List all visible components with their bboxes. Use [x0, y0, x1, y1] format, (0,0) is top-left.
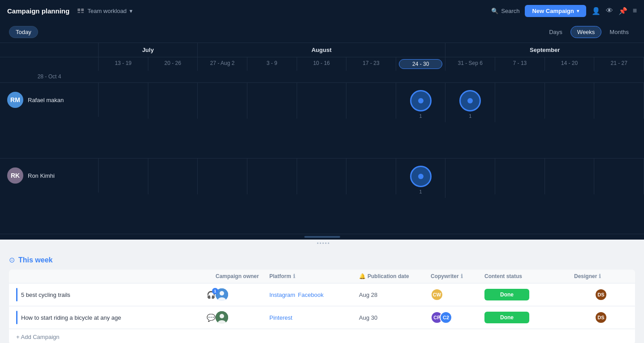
month-august: August: [198, 43, 445, 57]
th-designer: Designer ℹ: [574, 273, 628, 279]
top-nav: Campaign planning Team workload ▾ 🔍 Sear…: [0, 0, 644, 21]
person-cell-rafael: RM Rafael makan: [0, 83, 99, 117]
status-cell-cycling: Done: [484, 289, 574, 300]
campaign-name-cycling[interactable]: 5 best cycling trails: [21, 292, 70, 298]
th-copywriter: Copywriter ℹ: [431, 273, 484, 279]
ron-w6-count: 1: [419, 189, 422, 194]
svg-point-6: [322, 243, 324, 244]
designer-avatar-riding: DS: [595, 311, 607, 324]
person-row-rafael: RM Rafael makan 1 1: [0, 83, 644, 159]
th-owner: Campaign owner: [216, 273, 269, 279]
designer-info-icon: ℹ: [599, 273, 601, 279]
ron-w10: [594, 159, 644, 194]
rafael-w4: [297, 83, 347, 119]
status-cell-riding: Done: [484, 312, 574, 323]
status-badge-cycling[interactable]: Done: [484, 289, 529, 300]
add-campaign-this-week[interactable]: + Add Campaign: [9, 329, 635, 343]
platform-cell-riding: Pinterest: [269, 314, 359, 321]
platform-pinterest[interactable]: Pinterest: [269, 314, 292, 321]
rafael-w7-dot[interactable]: [459, 90, 481, 111]
ron-w8: [495, 159, 545, 194]
pin-icon[interactable]: 📌: [618, 7, 627, 15]
person-cell-ron: RK Ron Kimhi: [0, 159, 99, 193]
new-campaign-label: New Campaign: [532, 8, 574, 14]
week-7-13: 7 - 13: [495, 57, 545, 71]
ron-w0: [99, 159, 148, 194]
drag-icon: [313, 241, 331, 245]
scroll-hint: [0, 234, 644, 240]
month-july: July: [99, 43, 198, 57]
platform-instagram[interactable]: Instagram: [269, 292, 295, 298]
this-week-table-header: Campaign owner Platform ℹ 🔔 Publication …: [9, 270, 635, 283]
app-title: Campaign planning: [7, 7, 69, 15]
rafael-w6-dot[interactable]: [410, 90, 432, 111]
ron-w5: [346, 159, 396, 194]
svg-point-13: [220, 314, 224, 318]
rafael-w6-dot-container: 1: [398, 86, 444, 119]
new-campaign-button[interactable]: New Campaign ▾: [525, 5, 586, 17]
platform-facebook[interactable]: Facebook: [298, 292, 324, 298]
calendar-toolbar: Today Days Weeks Months: [0, 21, 644, 43]
owner-avatar-riding: [216, 311, 228, 324]
tab-days[interactable]: Days: [543, 26, 569, 38]
week-31-sep6: 31 - Sep 6: [445, 57, 495, 71]
ron-w6: 1: [396, 159, 446, 198]
week-27-aug2: 27 - Aug 2: [198, 57, 247, 71]
this-week-toggle[interactable]: ⊙: [9, 256, 15, 264]
eye-icon[interactable]: 👁: [606, 7, 613, 15]
blue-bar: [16, 288, 17, 301]
ron-w6-dot[interactable]: [410, 166, 432, 187]
svg-rect-3: [81, 12, 84, 13]
drag-handle[interactable]: [0, 240, 644, 247]
team-workload-btn[interactable]: Team workload ▾: [77, 7, 132, 15]
ron-w6-dot-container: 1: [398, 162, 444, 194]
ron-w9: [545, 159, 595, 194]
designer-cell-cycling: DS: [574, 288, 628, 301]
menu-icon[interactable]: ≡: [633, 7, 637, 15]
search-button[interactable]: 🔍 Search: [491, 8, 519, 14]
search-label: Search: [501, 8, 519, 14]
person-name-rafael: Rafael makan: [28, 97, 64, 103]
week-28-oct4: 28 - Oct 4: [0, 71, 99, 82]
tab-weeks[interactable]: Weeks: [571, 26, 602, 38]
campaign-name-riding[interactable]: How to start riding a bicycle at any age: [21, 314, 121, 321]
th-pubdate: 🔔 Publication date: [359, 273, 431, 279]
rafael-w2: [198, 83, 247, 119]
th-platform: Platform ℹ: [269, 273, 359, 279]
search-icon: 🔍: [491, 8, 498, 14]
week-10-16: 10 - 16: [297, 57, 347, 71]
owner-cell-cycling: [216, 288, 269, 301]
ron-w7: [445, 159, 495, 194]
week-3-9: 3 - 9: [247, 57, 297, 71]
bell-icon: 🔔: [359, 273, 366, 279]
svg-point-10: [220, 291, 224, 296]
tab-months[interactable]: Months: [603, 26, 635, 38]
scroll-bar[interactable]: [304, 236, 340, 238]
week-24-30-cell: 24 - 30: [396, 57, 446, 71]
week-21-27: 21 - 27: [594, 57, 644, 71]
ron-w3: [247, 159, 297, 194]
rafael-w7-dot-container: 1: [447, 86, 493, 119]
user-icon[interactable]: 👤: [592, 7, 601, 15]
rafael-w9: [545, 83, 595, 119]
copywriter2-avatar-riding: C2: [440, 311, 452, 324]
th-content-status: Content status: [484, 273, 574, 279]
campaign-name-cell-riding: How to start riding a bicycle at any age…: [16, 311, 216, 324]
week-17-23: 17 - 23: [346, 57, 396, 71]
table-row: 5 best cycling trails 🎧 1: [9, 283, 635, 306]
week-20-26: 20 - 26: [148, 57, 198, 71]
rafael-w8: [495, 83, 545, 119]
platform-info-icon: ℹ: [293, 273, 295, 279]
today-button[interactable]: Today: [9, 26, 38, 38]
ron-w1: [148, 159, 198, 194]
add-campaign-label: + Add Campaign: [16, 334, 59, 340]
comment-icon-riding[interactable]: 💬: [207, 313, 216, 322]
svg-point-7: [325, 243, 326, 244]
ron-w11: [0, 198, 99, 234]
status-badge-riding[interactable]: Done: [484, 312, 529, 323]
rafael-w6-count: 1: [419, 113, 422, 119]
copywriter-cell-riding: CP C2: [431, 311, 484, 324]
rafael-w1: [148, 83, 198, 119]
chevron-down-icon: ▾: [577, 9, 579, 13]
rafael-w7: 1: [445, 83, 495, 122]
